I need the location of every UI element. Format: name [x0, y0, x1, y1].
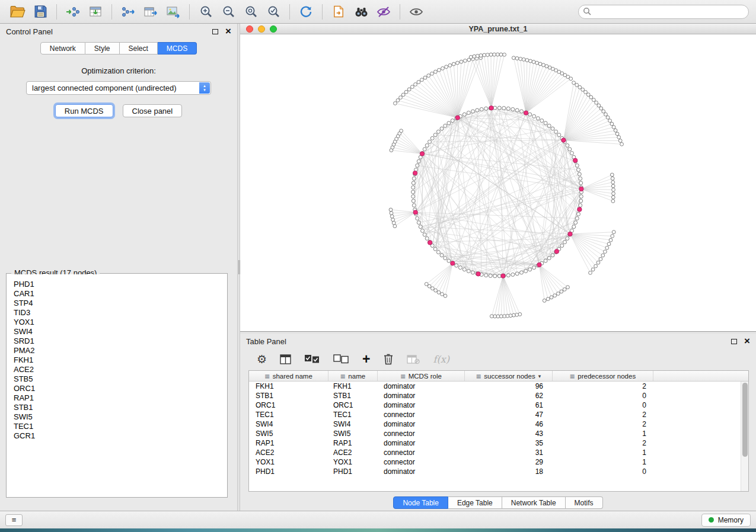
- mcds-result-item[interactable]: YOX1: [14, 318, 227, 327]
- tab-style[interactable]: Style: [85, 42, 120, 55]
- cell-predecessor-nodes: 0: [553, 467, 653, 476]
- criterion-selected-value: largest connected component (undirected): [32, 84, 177, 92]
- import-network-button[interactable]: [62, 2, 84, 21]
- network-canvas[interactable]: [240, 34, 756, 331]
- close-panel-icon[interactable]: ×: [225, 28, 231, 35]
- zoom-in-button[interactable]: [195, 2, 216, 21]
- criterion-dropdown[interactable]: largest connected component (undirected)…: [26, 81, 211, 95]
- search-input[interactable]: [578, 5, 749, 19]
- import-table-button[interactable]: [85, 2, 106, 21]
- cell-name: PHD1: [328, 467, 378, 476]
- mcds-result-item[interactable]: PMA2: [14, 346, 227, 355]
- columns-icon: [280, 354, 291, 364]
- scrollbar-thumb[interactable]: [742, 383, 748, 457]
- search-field-wrap: [578, 5, 749, 19]
- cell-name: SWI5: [328, 429, 378, 438]
- delete-column-button[interactable]: [383, 350, 394, 368]
- mcds-result-item[interactable]: ORC1: [14, 384, 227, 393]
- column-header-predecessor-nodes[interactable]: ▦ predecessor nodes: [553, 371, 653, 381]
- mcds-result-item[interactable]: GCR1: [14, 431, 227, 441]
- mcds-result-item[interactable]: STB5: [14, 374, 227, 384]
- open-file-button[interactable]: [7, 2, 28, 21]
- table-row[interactable]: STB1STB1dominator620: [249, 391, 748, 400]
- cell-shared-name: SWI4: [249, 419, 328, 429]
- column-header-name[interactable]: ▦ name: [328, 371, 378, 381]
- toolbar-separator: [56, 4, 57, 20]
- close-panel-button[interactable]: Close panel: [123, 104, 183, 117]
- mcds-result-item[interactable]: RAP1: [14, 393, 227, 403]
- table-panel-header: Table Panel ×: [240, 334, 756, 348]
- table-row[interactable]: YOX1YOX1connector291: [249, 457, 748, 467]
- select-all-rows-button[interactable]: [304, 350, 320, 368]
- table-row[interactable]: FKH1FKH1dominator962: [249, 382, 748, 391]
- mcds-result-item[interactable]: SWI4: [14, 327, 227, 336]
- add-column-button[interactable]: +: [362, 350, 370, 368]
- cell-predecessor-nodes: 0: [553, 400, 653, 410]
- table-row[interactable]: ACE2ACE2connector311: [249, 448, 748, 457]
- right-column: YPA_prune.txt_1 Table Panel × ⚙: [240, 24, 756, 511]
- mcds-result-item[interactable]: STB1: [14, 403, 227, 412]
- float-panel-icon[interactable]: [212, 29, 218, 34]
- mcds-result-item[interactable]: CAR1: [14, 289, 227, 299]
- zoom-selected-button[interactable]: [263, 2, 284, 21]
- tab-select[interactable]: Select: [120, 42, 158, 55]
- export-image-button[interactable]: [162, 2, 184, 21]
- table-row[interactable]: SWI5SWI5connector431: [249, 429, 748, 438]
- export-network-button[interactable]: [117, 2, 139, 21]
- tab-network[interactable]: Network: [40, 42, 85, 55]
- window-zoom-button[interactable]: [270, 25, 277, 33]
- show-hidden-button[interactable]: [406, 2, 427, 21]
- mcds-result-item[interactable]: FKH1: [14, 355, 227, 365]
- status-menu-button[interactable]: ≡: [5, 514, 23, 526]
- save-session-button[interactable]: [30, 2, 51, 21]
- mcds-result-item[interactable]: ACE2: [14, 365, 227, 374]
- column-header-mcds-role[interactable]: ▦ MCDS role: [378, 371, 465, 381]
- column-label: MCDS role: [409, 373, 442, 380]
- export-table-button[interactable]: [140, 2, 161, 21]
- tab-mcds[interactable]: MCDS: [158, 42, 197, 55]
- mcds-result-item[interactable]: SWI5: [14, 412, 227, 422]
- mcds-result-item[interactable]: STP4: [14, 299, 227, 308]
- mcds-result-item[interactable]: SRD1: [14, 336, 227, 346]
- first-neighbors-button[interactable]: [350, 2, 372, 21]
- table-vertical-scrollbar[interactable]: [741, 382, 748, 491]
- window-minimize-button[interactable]: [258, 25, 265, 33]
- table-row[interactable]: ORC1ORC1dominator610: [249, 400, 748, 410]
- zoom-selected-icon: [267, 5, 280, 18]
- mcds-result-item[interactable]: TID3: [14, 308, 227, 318]
- column-header-successor-nodes[interactable]: ▦ successor nodes ▾: [465, 371, 553, 381]
- cell-shared-name: YOX1: [249, 457, 328, 467]
- table-row[interactable]: SWI4SWI4dominator462: [249, 419, 748, 429]
- clone-network-button[interactable]: [328, 2, 349, 21]
- window-close-button[interactable]: [246, 25, 253, 33]
- table-row[interactable]: RAP1RAP1dominator352: [249, 438, 748, 448]
- panel-splitter[interactable]: [237, 24, 240, 511]
- memory-button[interactable]: Memory: [701, 514, 751, 527]
- tab-network-table[interactable]: Network Table: [502, 496, 566, 509]
- delete-table-button-disabled: [407, 350, 420, 368]
- tab-edge-table[interactable]: Edge Table: [448, 496, 502, 509]
- import-network-icon: [66, 5, 80, 18]
- close-table-panel-icon[interactable]: ×: [744, 338, 750, 345]
- table-panel: Table Panel × ⚙: [240, 332, 756, 511]
- mcds-result-item[interactable]: PHD1: [14, 280, 227, 289]
- cell-mcds-role: connector: [378, 429, 465, 438]
- tab-motifs[interactable]: Motifs: [566, 496, 603, 509]
- deselect-all-rows-button[interactable]: [333, 350, 349, 368]
- show-columns-button[interactable]: [280, 350, 291, 368]
- mcds-panel: Optimization criterion: largest connecte…: [0, 57, 237, 117]
- table-row[interactable]: PHD1PHD1dominator180: [249, 467, 748, 476]
- mcds-result-item[interactable]: TEC1: [14, 422, 227, 431]
- tab-node-table[interactable]: Node Table: [393, 496, 448, 509]
- zoom-out-button[interactable]: [218, 2, 239, 21]
- run-mcds-button[interactable]: Run MCDS: [55, 104, 113, 117]
- column-label: name: [348, 373, 365, 380]
- column-header-shared-name[interactable]: ▦ shared name: [249, 371, 328, 381]
- table-row[interactable]: TEC1TEC1connector472: [249, 410, 748, 419]
- refresh-view-button[interactable]: [295, 2, 317, 21]
- zoom-fit-button[interactable]: [240, 2, 261, 21]
- hide-selected-button[interactable]: [373, 2, 394, 21]
- table-settings-button[interactable]: ⚙: [257, 350, 267, 368]
- cell-successor-nodes: 35: [465, 438, 553, 448]
- float-table-panel-icon[interactable]: [731, 339, 737, 344]
